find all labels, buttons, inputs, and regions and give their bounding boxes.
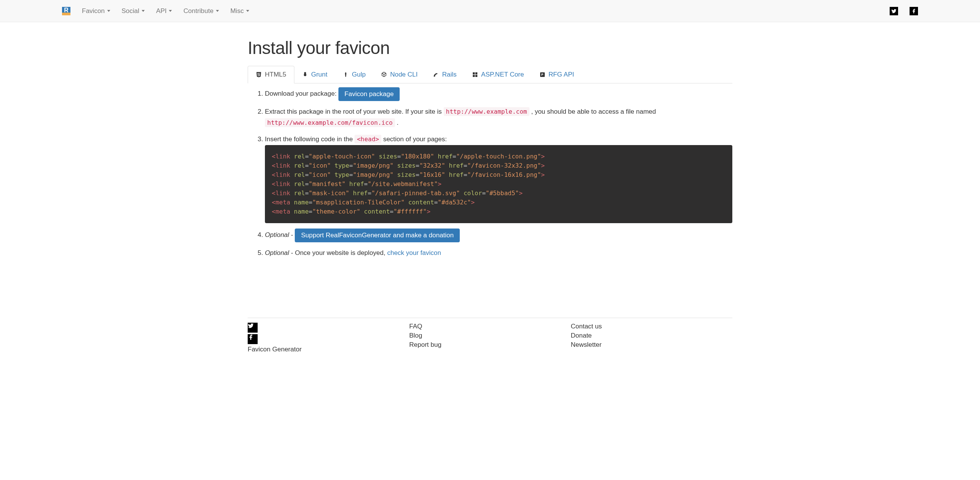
tabs: HTML5GruntGulpNode CLIRailsASP.NET CoreR… xyxy=(248,66,732,83)
step-1: Download your package: Favicon package xyxy=(265,87,732,101)
step-3-text-a: Insert the following code in the xyxy=(265,136,354,143)
svg-rect-3 xyxy=(475,75,477,77)
tab-rails[interactable]: Rails xyxy=(425,66,464,83)
step-2-code-2: http://www.example.com/favicon.ico xyxy=(265,118,395,127)
twitter-icon[interactable] xyxy=(890,7,898,15)
favicon-package-button[interactable]: Favicon package xyxy=(338,87,400,101)
tab-label: HTML5 xyxy=(265,71,286,78)
nav-item-social[interactable]: Social xyxy=(122,7,145,15)
nav-item-contribute[interactable]: Contribute xyxy=(183,7,219,15)
rails-icon xyxy=(433,72,439,78)
nav-item-favicon[interactable]: Favicon xyxy=(82,7,110,15)
tab-label: Gulp xyxy=(352,71,366,78)
tab-label: ASP.NET Core xyxy=(481,71,524,78)
tab-node-cli[interactable]: Node CLI xyxy=(373,66,425,83)
caret-icon xyxy=(107,10,110,12)
tab-label: Node CLI xyxy=(390,71,418,78)
social-links-top xyxy=(890,7,918,15)
tab-grunt[interactable]: Grunt xyxy=(294,66,335,83)
facebook-icon[interactable] xyxy=(248,334,258,344)
tab-label: Rails xyxy=(442,71,457,78)
footer-link[interactable]: Donate xyxy=(571,332,732,340)
step-2-text-c: . xyxy=(397,119,399,126)
caret-icon xyxy=(216,10,219,12)
tab-content: Download your package: Favicon package E… xyxy=(248,83,732,279)
footer-link[interactable]: Favicon Generator xyxy=(248,346,409,353)
footer: Favicon Generator FAQBlogReport bug Cont… xyxy=(248,318,732,355)
twitter-icon[interactable] xyxy=(248,323,258,333)
footer-link[interactable]: Newsletter xyxy=(571,341,732,349)
tab-rfg-api[interactable]: RFG API xyxy=(532,66,582,83)
footer-link[interactable]: Contact us xyxy=(571,323,732,330)
step-4-dash: - xyxy=(291,231,295,238)
footer-link[interactable]: Blog xyxy=(409,332,571,340)
grunt-icon xyxy=(302,72,308,78)
html5-icon xyxy=(256,72,262,78)
gulp-icon xyxy=(343,72,349,78)
caret-icon xyxy=(169,10,172,12)
tab-asp-net-core[interactable]: ASP.NET Core xyxy=(464,66,532,83)
tab-gulp[interactable]: Gulp xyxy=(335,66,373,83)
main-nav: FaviconSocialAPIContributeMisc xyxy=(82,7,890,15)
step-3-code: <head> xyxy=(354,135,381,144)
svg-rect-1 xyxy=(475,72,477,74)
step-5-text: - Once your website is deployed, xyxy=(291,249,387,256)
footer-social xyxy=(248,323,409,344)
aspnet-icon xyxy=(472,72,478,78)
footer-col-2: FAQBlogReport bug xyxy=(409,323,571,355)
tab-html5[interactable]: HTML5 xyxy=(248,66,294,83)
top-navbar: R FaviconSocialAPIContributeMisc xyxy=(0,0,980,22)
step-1-text: Download your package: xyxy=(265,90,338,97)
tab-label: Grunt xyxy=(311,71,328,78)
code-snippet[interactable]: <link rel="apple-touch-icon" sizes="180x… xyxy=(265,145,732,223)
footer-link[interactable]: Report bug xyxy=(409,341,571,349)
node-icon xyxy=(381,72,387,78)
step-3-text-b: section of your pages: xyxy=(383,136,447,143)
step-2-code-1: http://www.example.com xyxy=(444,107,529,116)
donate-button[interactable]: Support RealFaviconGenerator and make a … xyxy=(295,229,460,242)
page-title: Install your favicon xyxy=(248,38,732,58)
caret-icon xyxy=(142,10,145,12)
facebook-icon[interactable] xyxy=(910,7,918,15)
footer-col-1: Favicon Generator xyxy=(248,323,409,355)
step-4: Optional - Support RealFaviconGenerator … xyxy=(265,229,732,242)
site-logo[interactable]: R xyxy=(62,7,70,15)
footer-link[interactable]: FAQ xyxy=(409,323,571,330)
rfg-icon xyxy=(539,72,546,78)
step-5: Optional - Once your website is deployed… xyxy=(265,248,732,259)
step-4-optional: Optional xyxy=(265,231,289,238)
nav-item-misc[interactable]: Misc xyxy=(230,7,249,15)
step-2-text-a: Extract this package in the root of your… xyxy=(265,108,444,115)
step-5-optional: Optional xyxy=(265,249,289,256)
svg-rect-2 xyxy=(473,75,475,77)
footer-col-3: Contact usDonateNewsletter xyxy=(571,323,732,355)
step-2-text-b: , you should be able to access a file na… xyxy=(531,108,656,115)
check-favicon-link[interactable]: check your favicon xyxy=(387,249,441,256)
caret-icon xyxy=(246,10,249,12)
tab-label: RFG API xyxy=(549,71,574,78)
step-2: Extract this package in the root of your… xyxy=(265,106,732,129)
svg-rect-0 xyxy=(473,72,475,74)
step-3: Insert the following code in the <head> … xyxy=(265,134,732,223)
nav-item-api[interactable]: API xyxy=(156,7,172,15)
